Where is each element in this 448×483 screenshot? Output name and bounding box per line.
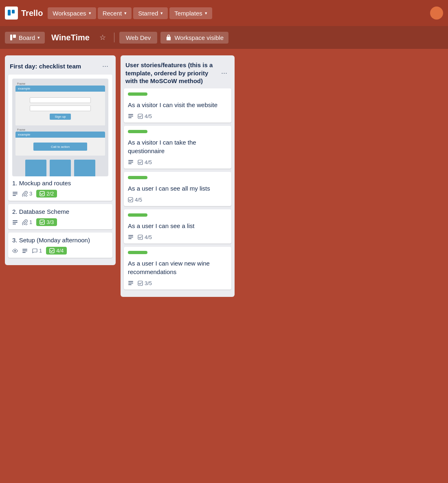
avatar[interactable]: [430, 7, 443, 20]
card-rs-4[interactable]: As a user I can see a list 4/5: [124, 209, 231, 244]
card-mockup-title: 1. Mockup and routes: [12, 180, 108, 187]
card-rs-2-label: [128, 130, 147, 133]
card-rs-1-checklist: 4/5: [138, 113, 152, 119]
card-rs-5-label: [128, 251, 147, 254]
card-rs-3-title: As a user I can see all my lists: [128, 184, 227, 193]
board-nav: Board ▾ WineTime ☆ Web Dev Workspace vis…: [0, 26, 448, 49]
right-column: User stories/features (this is a templat…: [121, 55, 235, 297]
star-icon: ☆: [99, 33, 106, 42]
card-setup[interactable]: 3. Setup (Monday afternoon): [8, 233, 112, 258]
card-setup-checklist-badge: 4/4: [46, 247, 67, 255]
svg-rect-2: [10, 35, 12, 40]
card-rs-1[interactable]: As a visitor I can visit the website 4/5: [124, 88, 231, 123]
trello-wordmark: Trello: [21, 9, 43, 18]
svg-rect-4: [13, 192, 18, 193]
star-button[interactable]: ☆: [96, 31, 109, 44]
svg-rect-28: [128, 238, 132, 239]
svg-rect-8: [13, 220, 18, 221]
card-rs-5[interactable]: As a user I can view new wine recommenda…: [124, 247, 231, 290]
card-setup-checklist-count: 4/4: [56, 248, 64, 254]
card-database[interactable]: 2. Database Scheme 1: [8, 204, 112, 229]
right-column-menu-button[interactable]: ···: [219, 68, 230, 78]
board-content: First day: checklist team ··· Frame exam…: [0, 49, 448, 303]
right-column-title: User stories/features (this is a templat…: [125, 61, 219, 85]
board-type-chevron-icon: ▾: [37, 35, 40, 40]
left-column-menu-button[interactable]: ···: [100, 61, 111, 71]
align-justify-icon-rs5: [128, 280, 134, 286]
card-wireframe-image: Frame example Sign up: [12, 79, 108, 176]
align-justify-icon-rs2: [128, 159, 134, 165]
card-rs-5-meta: 3/5: [128, 280, 227, 286]
svg-point-12: [14, 250, 16, 252]
svg-rect-9: [13, 222, 18, 223]
top-nav: Trello Workspaces ▾ Recent ▾ Starred ▾ T…: [0, 0, 448, 26]
card-setup-comments: 1: [32, 248, 42, 254]
left-column-title: First day: checklist team: [10, 62, 100, 70]
comment-icon: [32, 248, 37, 254]
card-mockup-attachment-count: 3: [29, 191, 32, 197]
wireframe-block-3: [74, 160, 95, 176]
web-dev-button[interactable]: Web Dev: [119, 32, 157, 44]
align-justify-icon-2: [12, 220, 18, 225]
card-setup-meta: 1 4/4: [12, 247, 108, 255]
check-square-icon-rs3: [128, 197, 133, 202]
svg-rect-19: [128, 117, 132, 118]
card-rs-1-label: [128, 92, 147, 96]
align-justify-icon-rs4: [128, 234, 134, 240]
templates-button[interactable]: Templates ▾: [169, 7, 212, 19]
board-type-label: Board: [19, 34, 35, 41]
card-mockup-meta: 3 2/2: [12, 190, 108, 198]
svg-rect-22: [128, 162, 133, 162]
card-database-checklist-badge: 3/3: [36, 218, 57, 226]
left-column-header: First day: checklist team ···: [8, 59, 112, 75]
workspace-visible-button[interactable]: Workspace visible: [160, 32, 228, 44]
card-mockup-attachments: 3: [22, 191, 32, 197]
svg-rect-0: [8, 10, 11, 15]
card-mockup-checklist-badge: 2/2: [36, 190, 57, 198]
card-rs-2-checklist-count: 4/5: [145, 159, 152, 165]
svg-rect-14: [22, 250, 27, 251]
svg-rect-23: [128, 163, 132, 164]
card-database-attachment-count: 1: [29, 219, 32, 225]
card-setup-comment-count: 1: [39, 248, 42, 254]
align-justify-icon-3: [22, 248, 28, 254]
recent-chevron-icon: ▾: [124, 11, 127, 16]
workspaces-button[interactable]: Workspaces ▾: [48, 7, 96, 19]
svg-rect-5: [13, 193, 18, 194]
paperclip-icon-2: [22, 220, 28, 225]
card-database-attachments: 1: [22, 219, 32, 225]
check-square-icon-rs1: [138, 114, 143, 119]
card-mockup[interactable]: Frame example Sign up: [8, 75, 112, 201]
card-rs-4-checklist: 4/5: [138, 234, 152, 240]
recent-label: Recent: [103, 10, 122, 17]
workspaces-label: Workspaces: [53, 10, 86, 17]
card-rs-1-checklist-count: 4/5: [145, 113, 152, 119]
svg-rect-21: [128, 160, 133, 161]
svg-rect-26: [128, 235, 133, 236]
card-database-meta: 1 3/3: [12, 218, 108, 226]
card-rs-2[interactable]: As a visitor I can take the questionnair…: [124, 126, 231, 169]
card-rs-2-meta: 4/5: [128, 159, 227, 165]
templates-chevron-icon: ▾: [205, 11, 207, 16]
recent-button[interactable]: Recent ▾: [98, 7, 132, 19]
card-rs-4-label: [128, 213, 147, 217]
check-square-icon-rs2: [138, 160, 143, 165]
card-rs-2-checklist: 4/5: [138, 159, 152, 165]
svg-rect-10: [13, 224, 16, 224]
nav-divider: [114, 33, 114, 42]
board-type-button[interactable]: Board ▾: [5, 32, 45, 44]
web-dev-label: Web Dev: [126, 34, 151, 41]
right-column-header: User stories/features (this is a templat…: [124, 59, 231, 88]
card-setup-title: 3. Setup (Monday afternoon): [12, 237, 108, 244]
checklist-icon-2: [40, 220, 45, 225]
workspace-visible-label: Workspace visible: [174, 34, 224, 41]
checklist-icon: [40, 191, 45, 196]
card-rs-1-title: As a visitor I can visit the website: [128, 101, 227, 109]
workspaces-chevron-icon: ▾: [89, 11, 91, 16]
starred-button[interactable]: Starred ▾: [133, 7, 168, 19]
align-justify-icon-rs1: [128, 113, 134, 119]
card-database-description-icon: [12, 220, 18, 225]
card-rs-3[interactable]: As a user I can see all my lists 4/5: [124, 172, 231, 206]
svg-rect-27: [128, 237, 133, 237]
lock-icon: [165, 34, 172, 41]
